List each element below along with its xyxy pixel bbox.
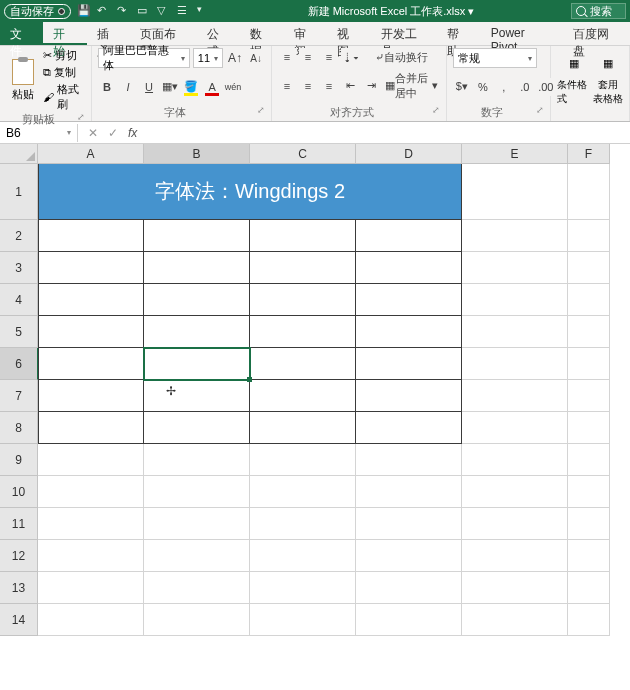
indent-decrease-button[interactable]: ⇤ [341, 77, 359, 95]
cell[interactable] [250, 476, 356, 508]
cell[interactable] [38, 508, 144, 540]
cell[interactable] [356, 444, 462, 476]
cell[interactable] [38, 348, 144, 380]
underline-button[interactable]: U [140, 78, 158, 96]
cell[interactable] [568, 508, 610, 540]
format-painter-button[interactable]: 🖌格式刷 [43, 82, 85, 112]
font-dialog-launcher[interactable]: ⤢ [257, 105, 265, 115]
bold-button[interactable]: B [98, 78, 116, 96]
cell[interactable] [568, 348, 610, 380]
cell[interactable] [356, 220, 462, 252]
cell[interactable] [462, 412, 568, 444]
conditional-format-button[interactable]: ▦ 条件格式 [557, 48, 590, 106]
cut-button[interactable]: ✂剪切 [43, 48, 85, 63]
cell[interactable] [356, 476, 462, 508]
indent-increase-button[interactable]: ⇥ [362, 77, 380, 95]
col-header-A[interactable]: A [38, 144, 144, 164]
cell[interactable] [356, 348, 462, 380]
worksheet-grid[interactable]: A B C D E F 1 2 3 4 5 6 7 8 9 10 11 12 1… [0, 144, 630, 636]
undo-icon[interactable]: ↶ [97, 4, 111, 18]
cell[interactable] [144, 412, 250, 444]
paste-button[interactable]: 粘贴 [6, 58, 40, 102]
cell[interactable] [144, 220, 250, 252]
col-header-F[interactable]: F [568, 144, 610, 164]
row-header-5[interactable]: 5 [0, 316, 38, 348]
align-middle-button[interactable]: ≡ [299, 48, 317, 66]
grow-font-button[interactable]: A↑ [226, 49, 244, 67]
clipboard-dialog-launcher[interactable]: ⤢ [77, 112, 85, 122]
align-center-button[interactable]: ≡ [299, 77, 317, 95]
copy-button[interactable]: ⧉复制 [43, 65, 85, 80]
cell[interactable] [144, 316, 250, 348]
align-bottom-button[interactable]: ≡ [320, 48, 338, 66]
cell[interactable] [356, 316, 462, 348]
cell[interactable] [462, 316, 568, 348]
phonetic-button[interactable]: wén [224, 78, 242, 96]
qat-dropdown-icon[interactable]: ▾ [197, 4, 211, 18]
cell[interactable] [462, 572, 568, 604]
tab-home[interactable]: 开始 [43, 22, 86, 45]
percent-button[interactable]: % [474, 78, 492, 96]
merged-header-cell[interactable]: 字体法：Wingdings 2 [38, 164, 462, 220]
cell[interactable] [462, 380, 568, 412]
cell[interactable] [568, 604, 610, 636]
align-right-button[interactable]: ≡ [320, 77, 338, 95]
fx-button[interactable]: fx [128, 126, 137, 140]
font-color-button[interactable]: A [203, 78, 221, 96]
border-button[interactable]: ▦▾ [161, 78, 179, 96]
cell[interactable] [568, 284, 610, 316]
row-header-7[interactable]: 7 [0, 380, 38, 412]
number-dialog-launcher[interactable]: ⤢ [536, 105, 544, 115]
col-header-E[interactable]: E [462, 144, 568, 164]
cell[interactable] [462, 220, 568, 252]
comma-button[interactable]: , [495, 78, 513, 96]
cell[interactable] [38, 220, 144, 252]
shrink-font-button[interactable]: A↓ [247, 49, 265, 67]
align-left-button[interactable]: ≡ [278, 77, 296, 95]
cell[interactable] [462, 508, 568, 540]
cell[interactable] [356, 508, 462, 540]
redo-icon[interactable]: ↷ [117, 4, 131, 18]
cell[interactable] [38, 252, 144, 284]
form-icon[interactable]: ☰ [177, 4, 191, 18]
cell[interactable] [568, 316, 610, 348]
row-header-10[interactable]: 10 [0, 476, 38, 508]
cell[interactable] [38, 444, 144, 476]
cell[interactable] [38, 572, 144, 604]
row-header-4[interactable]: 4 [0, 284, 38, 316]
cell[interactable] [462, 604, 568, 636]
cell[interactable] [356, 604, 462, 636]
tab-formulas[interactable]: 公式 [197, 22, 240, 45]
tab-review[interactable]: 审阅 [284, 22, 327, 45]
row-header-11[interactable]: 11 [0, 508, 38, 540]
wrap-text-button[interactable]: ⤶自动换行 [373, 48, 430, 66]
cell[interactable] [250, 444, 356, 476]
cell[interactable] [356, 252, 462, 284]
cell[interactable] [462, 284, 568, 316]
tab-help[interactable]: 帮助 [437, 22, 480, 45]
cell[interactable] [250, 572, 356, 604]
row-header-9[interactable]: 9 [0, 444, 38, 476]
cell[interactable] [462, 164, 568, 220]
cell[interactable] [356, 412, 462, 444]
cell[interactable] [568, 572, 610, 604]
cell[interactable] [250, 380, 356, 412]
cell[interactable] [462, 444, 568, 476]
orientation-button[interactable]: ⭭▾ [341, 48, 359, 66]
tab-power-pivot[interactable]: Power Pivot [481, 22, 563, 45]
cell[interactable] [250, 220, 356, 252]
cell[interactable] [462, 252, 568, 284]
row-header-13[interactable]: 13 [0, 572, 38, 604]
number-format-combo[interactable]: 常规▾ [453, 48, 537, 68]
increase-decimal-button[interactable]: .0 [516, 78, 534, 96]
cell[interactable] [144, 572, 250, 604]
tab-developer[interactable]: 开发工具 [371, 22, 438, 45]
fill-color-button[interactable]: 🪣 [182, 78, 200, 96]
font-name-combo[interactable]: 阿里巴巴普惠体▾ [98, 48, 190, 68]
row-header-6[interactable]: 6 [0, 348, 38, 380]
cell[interactable] [568, 380, 610, 412]
cell[interactable] [356, 540, 462, 572]
cell[interactable] [38, 316, 144, 348]
alignment-dialog-launcher[interactable]: ⤢ [432, 105, 440, 115]
cell[interactable] [38, 540, 144, 572]
